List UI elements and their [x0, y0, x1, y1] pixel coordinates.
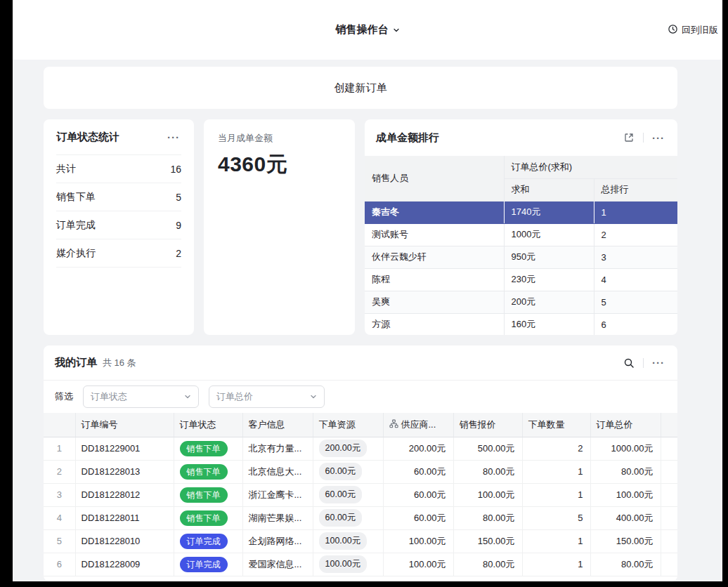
order-status-filter-select[interactable]: 订单状态: [83, 385, 199, 408]
col-resource[interactable]: 下单资源: [313, 413, 383, 437]
supplier-cell: 100.00元: [383, 553, 453, 576]
create-order-button[interactable]: 创建新订单: [44, 67, 677, 109]
quote-cell: 80.00元: [453, 460, 522, 483]
qty-cell: 1: [522, 483, 590, 506]
monthly-amount-value: 4360元: [218, 150, 341, 179]
resource-tag: 60.00元: [319, 463, 363, 480]
page-title: 销售操作台: [336, 23, 389, 37]
resource-tag: 100.00元: [319, 555, 368, 573]
col-quote[interactable]: 销售报价: [453, 413, 522, 437]
status-badge: 销售下单: [180, 510, 228, 526]
order-no: DD181228013: [75, 460, 174, 483]
stub-cell: [661, 553, 677, 576]
select-placeholder: 订单总价: [216, 390, 253, 403]
col-qty[interactable]: 下单数量: [522, 413, 590, 437]
more-icon[interactable]: ···: [166, 131, 181, 144]
open-external-icon[interactable]: [622, 131, 636, 145]
chevron-down-icon: [310, 392, 317, 402]
person-rank: 1: [594, 201, 677, 223]
ranking-row: 伙伴云魏少轩 950元 3: [365, 246, 677, 268]
ranking-col-group: 订单总价(求和): [504, 156, 677, 178]
status-label: 媒介执行: [56, 247, 96, 260]
table-row[interactable]: 6 DD181228009 订单完成 爱国家信息... 100.00元 100.…: [44, 553, 677, 576]
order-status-card-header: 订单状态统计 ···: [56, 119, 181, 155]
order-no: DD181229001: [75, 437, 174, 460]
supplier-cell: 60.00元: [383, 460, 453, 483]
status-cell: 销售下单: [174, 483, 242, 506]
qty-cell: 1: [522, 553, 590, 576]
status-label: 订单完成: [56, 219, 96, 232]
table-row[interactable]: 3 DD181228012 销售下单 浙江金鹰卡... 60.00元 60.00…: [44, 483, 677, 506]
row-number: 4: [44, 506, 75, 529]
ranking-card: 成单金额排行 ··· 销售人员 订单总价(求和): [365, 119, 677, 335]
person-sum: 1740元: [504, 201, 594, 223]
stub-cell: [661, 483, 677, 506]
divider: [643, 358, 644, 368]
total-cell: 100.00元: [590, 483, 661, 506]
quote-cell: 80.00元: [453, 553, 522, 576]
customer-cell: 企划路网络...: [242, 529, 313, 553]
dashboard-title-dropdown[interactable]: 销售操作台: [336, 23, 400, 37]
my-orders-actions: ···: [622, 356, 666, 370]
supplier-cell: 100.00元: [383, 529, 453, 553]
status-value: 2: [176, 248, 181, 259]
ranking-card-title: 成单金额排行: [376, 131, 439, 145]
status-badge: 销售下单: [180, 464, 228, 480]
qty-cell: 1: [522, 460, 590, 483]
order-status-card: 订单状态统计 ··· 共计 16 销售下单 5 订单完成 9 媒介执行 2: [44, 119, 194, 335]
status-row-media[interactable]: 媒介执行 2: [56, 239, 181, 268]
resource-cell: 60.00元: [313, 460, 383, 483]
orders-table: 订单编号 订单状态 客户信息 下单资源 供应商...: [44, 413, 677, 576]
customer-cell: 湖南芒果娱...: [242, 506, 313, 529]
stub-cell: [661, 460, 677, 483]
more-icon[interactable]: ···: [651, 131, 666, 145]
chevron-down-icon: [393, 24, 400, 36]
search-icon[interactable]: [622, 356, 636, 370]
person-sum: 160元: [504, 313, 594, 335]
more-icon[interactable]: ···: [651, 356, 666, 369]
table-row[interactable]: 1 DD181229001 销售下单 北京有力量... 200.00元 200.…: [44, 437, 677, 460]
order-total-filter-select[interactable]: 订单总价: [209, 385, 325, 408]
relation-field-icon: [389, 419, 398, 430]
quote-cell: 80.00元: [453, 506, 522, 529]
resource-tag: 100.00元: [319, 532, 368, 550]
table-row[interactable]: 4 DD181228011 销售下单 湖南芒果娱... 60.00元 60.00…: [44, 506, 677, 529]
status-row-complete[interactable]: 订单完成 9: [56, 211, 181, 239]
back-link-label: 回到旧版: [682, 24, 718, 37]
person-rank: 3: [594, 246, 677, 268]
person-name: 伙伴云魏少轩: [365, 246, 504, 268]
person-name: 秦吉冬: [365, 201, 504, 223]
stub-cell: [661, 506, 677, 529]
back-to-old-version-link[interactable]: 回到旧版: [668, 0, 718, 60]
table-row[interactable]: 2 DD181228013 销售下单 北京信息大... 60.00元 60.00…: [44, 460, 677, 483]
resource-tag: 200.00元: [319, 440, 368, 457]
ranking-col-rank: 总排行: [594, 178, 677, 201]
person-rank: 5: [594, 291, 677, 313]
status-cell: 订单完成: [174, 529, 242, 553]
monthly-amount-label: 当月成单金额: [218, 132, 341, 145]
quote-cell: 100.00元: [453, 483, 522, 506]
my-orders-count: 共 16 条: [103, 357, 136, 369]
order-no: DD181228009: [75, 553, 174, 576]
col-customer[interactable]: 客户信息: [242, 413, 313, 437]
total-cell: 80.00元: [590, 553, 661, 576]
table-row[interactable]: 5 DD181228010 订单完成 企划路网络... 100.00元 100.…: [44, 529, 677, 553]
resource-cell: 100.00元: [313, 553, 383, 576]
person-name: 方源: [365, 313, 504, 335]
col-status[interactable]: 订单状态: [174, 413, 242, 437]
app-window: 销售操作台 回到旧版 创建新订单 订单状态统计 ···: [13, 0, 722, 581]
total-cell: 150.00元: [590, 529, 661, 553]
status-row-total[interactable]: 共计 16: [56, 155, 181, 183]
stats-row: 订单状态统计 ··· 共计 16 销售下单 5 订单完成 9 媒介执行 2: [44, 119, 677, 335]
col-order-no[interactable]: 订单编号: [75, 413, 174, 437]
status-cell: 销售下单: [174, 460, 242, 483]
ranking-row: 吴爽 200元 5: [365, 291, 677, 313]
col-supplier[interactable]: 供应商...: [383, 413, 453, 437]
resource-cell: 60.00元: [313, 506, 383, 529]
person-name: 吴爽: [365, 291, 504, 313]
row-number: 5: [44, 529, 75, 553]
supplier-cell: 60.00元: [383, 483, 453, 506]
status-row-sales[interactable]: 销售下单 5: [56, 183, 181, 211]
col-total[interactable]: 订单总价: [590, 413, 661, 437]
supplier-cell: 60.00元: [383, 506, 453, 529]
